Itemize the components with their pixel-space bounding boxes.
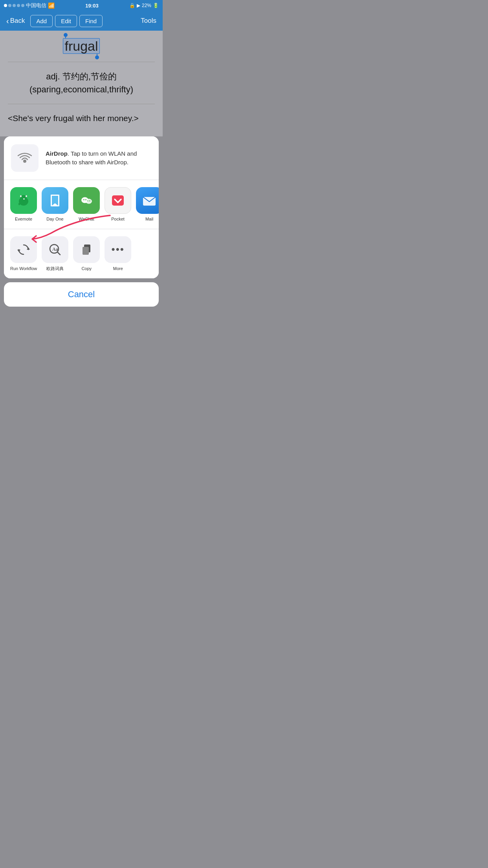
eudict-search-svg: Aa — [47, 242, 63, 257]
example-sentence: <She's very frugal with her money.> — [8, 112, 155, 125]
divider-top — [8, 62, 155, 62]
action-item-copy[interactable]: Copy — [73, 236, 100, 271]
svg-rect-19 — [112, 195, 124, 206]
svg-point-6 — [26, 195, 27, 197]
svg-marker-21 — [27, 247, 30, 250]
svg-point-16 — [85, 199, 86, 200]
mail-envelope-svg — [141, 192, 158, 209]
main-content: frugal adj. 节约的,节俭的(sparing,economical,t… — [0, 31, 163, 136]
location-icon: ▶ — [137, 3, 140, 8]
svg-text:Aa: Aa — [52, 246, 58, 252]
copy-label: Copy — [81, 266, 92, 271]
svg-point-14 — [86, 199, 92, 204]
run-workflow-label: Run Workflow — [10, 266, 37, 271]
workflow-arrows-svg — [16, 242, 31, 257]
more-dots-icon: ••• — [112, 243, 125, 256]
action-item-eudict[interactable]: Aa 欧路词典 — [42, 236, 68, 271]
run-workflow-icon — [10, 236, 37, 263]
back-label: Back — [10, 17, 25, 25]
action-row: Run Workflow Aa 欧路词典 — [4, 229, 159, 278]
mail-icon — [136, 187, 159, 214]
signal-strength — [4, 4, 24, 7]
status-time: 19:03 — [85, 3, 98, 9]
share-sheet-overlay: AirDrop. Tap to turn on WLAN and Bluetoo… — [0, 136, 163, 307]
dayone-icon — [42, 187, 68, 214]
svg-rect-8 — [18, 203, 20, 205]
app-item-evernote[interactable]: Evernote — [10, 187, 37, 222]
battery-label: 22% — [142, 3, 151, 8]
battery-icon: 🔋 — [153, 3, 159, 8]
copy-pages-svg — [79, 242, 94, 257]
app-row: Evernote Day One — [4, 180, 159, 229]
svg-marker-22 — [17, 250, 20, 252]
wifi-icon: 📶 — [48, 2, 55, 9]
cancel-button[interactable]: Cancel — [11, 289, 152, 300]
word-area: frugal — [8, 39, 155, 54]
action-item-more[interactable]: ••• More — [105, 236, 131, 271]
airdrop-row[interactable]: AirDrop. Tap to turn on WLAN and Bluetoo… — [4, 136, 159, 180]
app-item-mail[interactable]: Mail — [136, 187, 159, 222]
back-button[interactable]: ‹ Back — [3, 14, 28, 28]
svg-point-0 — [23, 160, 26, 163]
svg-point-5 — [20, 195, 22, 197]
wechat-icon — [73, 187, 100, 214]
app-item-dayone[interactable]: Day One — [42, 187, 68, 222]
status-right: 🔒 ▶ 22% 🔋 — [129, 3, 159, 8]
word-container: frugal — [63, 39, 99, 54]
status-bar: 中国电信 📶 19:03 🔒 ▶ 22% 🔋 — [0, 0, 163, 11]
mail-label: Mail — [145, 217, 153, 222]
more-label: More — [113, 266, 123, 271]
svg-point-18 — [89, 200, 90, 201]
cursor-line-top — [65, 33, 66, 39]
signal-dot-4 — [17, 4, 20, 7]
signal-dot-2 — [8, 4, 11, 7]
lock-icon: 🔒 — [129, 3, 135, 8]
action-item-run-workflow[interactable]: Run Workflow — [10, 236, 37, 271]
pocket-label: Pocket — [111, 217, 125, 222]
divider-bottom — [8, 104, 155, 104]
dayone-label: Day One — [46, 217, 63, 222]
dayone-bookmark-svg — [47, 192, 63, 209]
evernote-label: Evernote — [15, 217, 32, 222]
back-arrow-icon: ‹ — [6, 17, 9, 26]
signal-dot-5 — [21, 4, 24, 7]
svg-point-9 — [23, 198, 25, 199]
share-sheet: AirDrop. Tap to turn on WLAN and Bluetoo… — [4, 136, 159, 278]
word-display[interactable]: frugal — [63, 38, 99, 54]
airdrop-description: AirDrop. Tap to turn on WLAN and Bluetoo… — [46, 149, 152, 167]
status-left: 中国电信 📶 — [4, 2, 55, 9]
copy-icon — [73, 236, 100, 263]
airdrop-icon — [11, 144, 39, 172]
tools-button[interactable]: Tools — [138, 15, 160, 27]
nav-bar: ‹ Back Add Edit Find Tools — [0, 11, 163, 31]
wechat-label: WeChat — [79, 217, 94, 222]
svg-rect-27 — [83, 247, 89, 255]
find-button[interactable]: Find — [79, 15, 103, 27]
svg-point-17 — [87, 200, 88, 201]
signal-dot-1 — [4, 4, 7, 7]
eudict-icon: Aa — [42, 236, 68, 263]
svg-point-15 — [83, 199, 84, 200]
eudict-label: 欧路词典 — [46, 266, 64, 271]
svg-line-24 — [57, 252, 60, 255]
airdrop-title: AirDrop — [46, 150, 68, 157]
pocket-logo-svg — [110, 192, 126, 209]
evernote-icon — [10, 187, 37, 214]
edit-button[interactable]: Edit — [55, 15, 77, 27]
pocket-icon — [105, 187, 131, 214]
cancel-sheet: Cancel — [4, 282, 159, 307]
app-item-wechat[interactable]: WeChat — [73, 187, 100, 222]
definition-text: adj. 节约的,节俭的(sparing,economical,thrifty) — [8, 70, 155, 96]
app-item-pocket[interactable]: Pocket — [105, 187, 131, 222]
signal-dot-3 — [13, 4, 16, 7]
add-button[interactable]: Add — [30, 15, 53, 27]
more-icon: ••• — [105, 236, 131, 263]
airdrop-waves-icon — [16, 149, 33, 167]
wechat-faces-svg — [78, 192, 95, 209]
cursor-bottom — [95, 55, 99, 59]
carrier-label: 中国电信 — [26, 2, 46, 9]
evernote-elephant-svg — [15, 192, 32, 209]
